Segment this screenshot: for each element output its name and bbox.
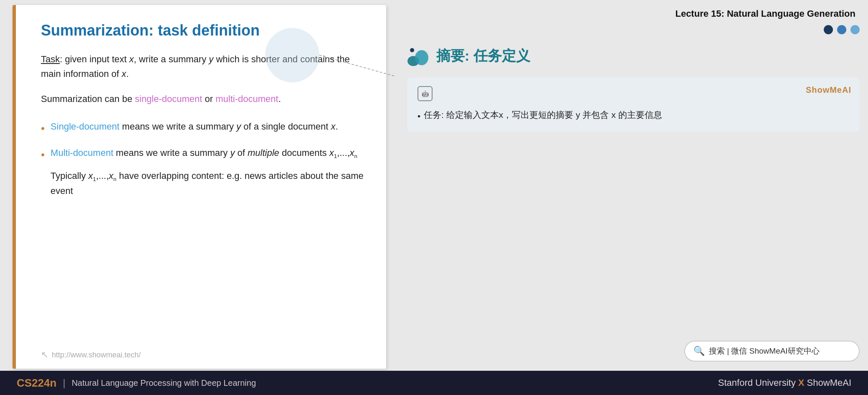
main-area: Summarization: task definition Task: giv…	[0, 0, 868, 374]
search-bar[interactable]: 🔍 搜索 | 微信 ShowMeAI研究中心	[684, 341, 860, 362]
single-doc-text: Single-document means we write a summary…	[51, 119, 338, 134]
ai-badge: 🤖	[418, 86, 433, 101]
footer-icon: ↖	[41, 349, 48, 360]
chinese-title-area: 摘要: 任务定义	[407, 44, 860, 67]
nav-dots	[824, 25, 860, 34]
bottom-subtitle: Natural Language Processing with Deep Le…	[72, 378, 256, 388]
slide-body: Task: given input text x, write a summar…	[41, 52, 365, 198]
svg-point-3	[410, 48, 414, 52]
showmeai-brand: ShowMeAI	[807, 377, 851, 388]
multi-doc-bullet-section: • Multi-document means we write a summar…	[41, 145, 365, 198]
slide-footer: ↖ http://www.showmeai.tech/	[41, 349, 141, 360]
task-label: Task	[41, 54, 60, 64]
chinese-title: 摘要: 任务定义	[436, 46, 530, 66]
stanford-text: Stanford University	[718, 377, 796, 388]
nav-dot-1[interactable]	[824, 25, 833, 34]
search-icon: 🔍	[693, 346, 705, 357]
multi-doc-term: multi-document	[215, 94, 278, 104]
bottom-bar: CS224n | Natural Language Processing wit…	[0, 371, 868, 395]
single-doc-bullet-section: • Single-document means we write a summa…	[41, 119, 365, 138]
right-panel: Lecture 15: Natural Language Generation …	[395, 0, 868, 374]
multi-doc-text: Multi-document means we write a summary …	[51, 145, 365, 198]
nav-dot-3[interactable]	[850, 25, 860, 34]
wave-icon	[407, 44, 430, 67]
footer-url: http://www.showmeai.tech/	[52, 351, 141, 359]
ai-icon: 🤖	[422, 90, 429, 97]
nav-dot-2[interactable]	[837, 25, 846, 34]
bottom-left: CS224n | Natural Language Processing wit…	[17, 377, 256, 390]
bottom-right: Stanford University X ShowMeAI	[718, 377, 851, 388]
x-symbol: X	[798, 377, 807, 388]
single-doc-term-bullet: Single-document	[51, 121, 119, 132]
multi-doc-term-bullet: Multi-document	[51, 148, 113, 158]
ai-text: 任务: 给定输入文本x，写出更短的摘要 y 并包含 x 的主要信息	[424, 107, 662, 122]
single-doc-term: single-document	[135, 94, 202, 104]
bottom-divider: |	[63, 377, 65, 389]
slide-title: Summarization: task definition	[41, 22, 365, 39]
typically-text: Typically x1,...,xn have overlapping con…	[51, 168, 365, 199]
svg-point-2	[415, 50, 428, 65]
lecture-title: Lecture 15: Natural Language Generation	[407, 4, 860, 23]
course-label: CS224n	[17, 377, 56, 390]
showmeai-label: ShowMeAI	[806, 85, 851, 95]
ai-content: • 任务: 给定输入文本x，写出更短的摘要 y 并包含 x 的主要信息	[418, 107, 849, 123]
can-be-line: Summarization can be single-document or …	[41, 92, 365, 106]
bullet-dot-1: •	[41, 120, 45, 138]
ai-bullet: • 任务: 给定输入文本x，写出更短的摘要 y 并包含 x 的主要信息	[418, 107, 849, 123]
ai-box: 🤖 ShowMeAI • 任务: 给定输入文本x，写出更短的摘要 y 并包含 x…	[407, 78, 860, 132]
bullet-dot-2: •	[41, 146, 45, 164]
search-text: 搜索 | 微信 ShowMeAI研究中心	[709, 346, 820, 357]
slide-panel: Summarization: task definition Task: giv…	[13, 5, 386, 369]
circle-decoration	[265, 28, 319, 82]
ai-bullet-dot: •	[418, 109, 420, 123]
